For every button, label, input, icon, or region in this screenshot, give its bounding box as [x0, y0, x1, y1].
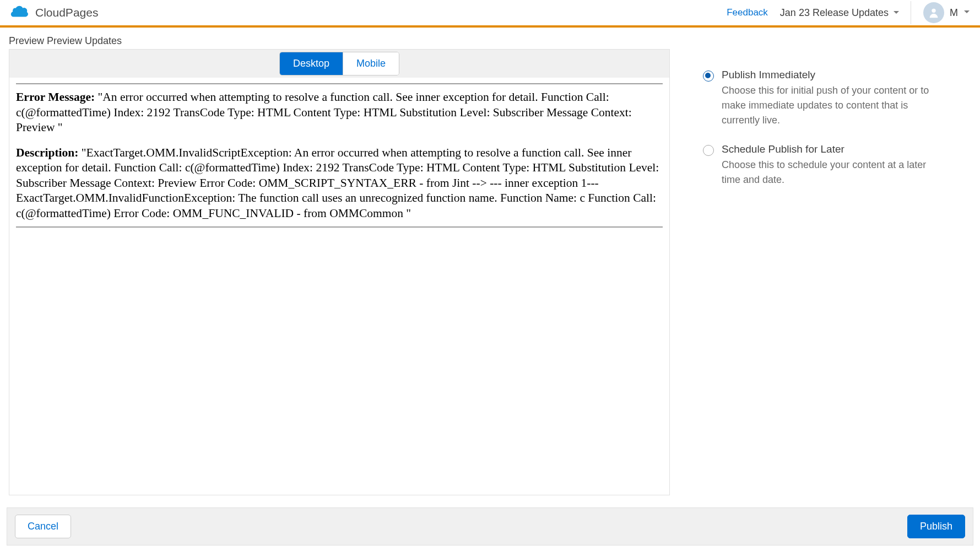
header-right: Feedback Jan 23 Release Updates M: [727, 1, 970, 24]
avatar-icon: [923, 2, 944, 23]
radio-selected-icon[interactable]: [703, 71, 714, 82]
header-left: CloudPages: [10, 5, 98, 20]
schedule-publish-desc: Choose this to schedule your content at …: [722, 158, 945, 187]
description-text: "ExactTarget.OMM.InvalidScriptException:…: [16, 146, 659, 220]
preview-content[interactable]: Error Message: "An error occurred when a…: [9, 78, 670, 495]
content-wrapper: Preview Preview Updates Desktop Mobile E…: [0, 28, 980, 495]
user-initial: M: [950, 7, 958, 19]
release-updates-dropdown[interactable]: Jan 23 Release Updates: [780, 1, 911, 24]
publish-immediately-desc: Choose this for initial push of your con…: [722, 83, 945, 128]
error-message-text: "An error occurred when attempting to re…: [16, 90, 632, 134]
radio-text: Schedule Publish for Later Choose this t…: [722, 143, 945, 187]
radio-text: Publish Immediately Choose this for init…: [722, 69, 945, 128]
device-toggle-bar: Desktop Mobile: [9, 49, 670, 78]
cancel-button[interactable]: Cancel: [15, 515, 71, 538]
main-row: Desktop Mobile Error Message: "An error …: [9, 49, 971, 495]
error-message-block: Error Message: "An error occurred when a…: [16, 90, 663, 136]
publish-button[interactable]: Publish: [907, 515, 965, 538]
description-block: Description: "ExactTarget.OMM.InvalidScr…: [16, 145, 663, 222]
publish-options-panel: Publish Immediately Choose this for init…: [703, 49, 945, 495]
user-menu[interactable]: M: [923, 2, 970, 23]
publish-immediately-option[interactable]: Publish Immediately Choose this for init…: [703, 69, 945, 128]
app-title: CloudPages: [35, 6, 98, 19]
device-toggle-group: Desktop Mobile: [279, 52, 399, 75]
footer-bar: Cancel Publish: [7, 507, 973, 545]
schedule-publish-title: Schedule Publish for Later: [722, 143, 945, 155]
cloud-icon: [10, 5, 29, 20]
svg-point-0: [932, 9, 935, 13]
description-label: Description:: [16, 146, 78, 159]
mobile-toggle-button[interactable]: Mobile: [343, 52, 399, 75]
chevron-down-icon: [893, 7, 900, 19]
publish-radio-group: Publish Immediately Choose this for init…: [703, 69, 945, 187]
preview-body: Error Message: "An error occurred when a…: [16, 83, 663, 228]
chevron-down-icon: [963, 8, 970, 18]
desktop-toggle-button[interactable]: Desktop: [280, 52, 343, 75]
feedback-link[interactable]: Feedback: [727, 7, 768, 18]
header-bar: CloudPages Feedback Jan 23 Release Updat…: [0, 0, 980, 28]
release-updates-label: Jan 23 Release Updates: [780, 7, 889, 19]
preview-pane: Desktop Mobile Error Message: "An error …: [9, 49, 670, 495]
breadcrumb: Preview Preview Updates: [9, 35, 971, 49]
publish-immediately-title: Publish Immediately: [722, 69, 945, 81]
error-message-label: Error Message:: [16, 90, 95, 104]
radio-unselected-icon[interactable]: [703, 145, 714, 156]
schedule-publish-option[interactable]: Schedule Publish for Later Choose this t…: [703, 143, 945, 187]
